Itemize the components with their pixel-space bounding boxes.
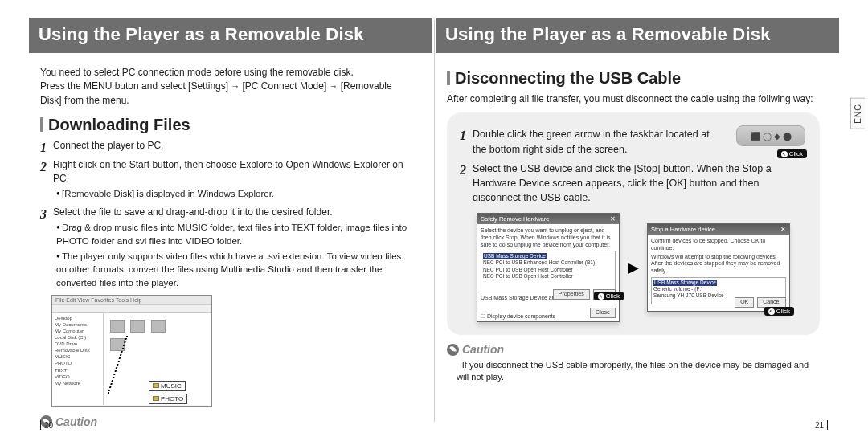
figure-tree: Desktop My Documents My Computer Local D… (52, 313, 104, 405)
dialog-title-text: Safely Remove Hardware (481, 215, 549, 223)
folder-icon (153, 396, 159, 401)
step-2-text: Select the USB device and click the [Sto… (473, 163, 772, 203)
folder-tag-photo-label: PHOTO (161, 395, 183, 402)
header-bar-right: Using the Player as a Removable Disk (436, 18, 839, 53)
folder-tag-photo: PHOTO (149, 394, 187, 404)
page-right: Using the Player as a Removable Disk ENG… (434, 0, 868, 433)
intro-line-2a: Press the MENU buton and select [Setting… (40, 80, 228, 92)
section-title-disconnecting: Disconnecting the USB Cable (447, 69, 820, 88)
click-badge-stop: ↖ Click (594, 292, 624, 300)
thumbnail-icon (151, 320, 166, 333)
triangle-right-icon: ▶ (628, 259, 639, 276)
dialog-hint: Confirm devices to be stopped. Choose OK… (651, 238, 786, 252)
folder-tag-music: MUSIC (149, 381, 186, 391)
list-item: NEC PCI to USB Open Host Controller (483, 267, 573, 272)
intro-left: You need to select PC connection mode be… (40, 66, 413, 108)
cursor-icon: ↖ (598, 293, 604, 300)
page-number-right: 21 (815, 420, 831, 430)
step-3-sub-1: Drag & drop music files into MUSIC folde… (56, 221, 413, 247)
properties-button: Properties (553, 289, 590, 300)
caution-item-1: If you disconnect the USB cable improper… (457, 359, 820, 384)
page-number-text: 20 (44, 421, 53, 430)
thumbnail-icon (130, 320, 145, 333)
section-bar-icon (447, 71, 450, 85)
list-item-selected: USB Mass Storage Device (653, 280, 717, 286)
figure-explorer: File Edit View Favorites Tools Help Desk… (51, 295, 212, 407)
intro-line-2b: [PC Connect Mode] (243, 80, 327, 92)
step-number-2: 2 (460, 161, 466, 179)
dialog-stop-hardware: Stop a Hardware device ✕ Confirm devices… (647, 223, 790, 312)
list-item: Generic volume - (F:) (653, 286, 702, 292)
section-bar-icon (40, 117, 43, 132)
caution-list-right: If you disconnect the USB cable improper… (457, 359, 820, 384)
header-bar-left: Using the Player as a Removable Disk (29, 18, 432, 53)
step-number-2: 2 (40, 157, 47, 176)
arrow-icon: → (231, 81, 242, 91)
caution-icon: ✎ (447, 344, 459, 356)
click-badge-ok: ↖ Click (764, 307, 794, 316)
checkbox-icon: ☐ (481, 313, 487, 319)
page-left: Using the Player as a Removable Disk You… (0, 0, 434, 433)
thumbnail-icon (110, 320, 125, 333)
language-tab: ENG (850, 98, 865, 129)
dialog-title-text: Stop a Hardware device (651, 226, 715, 233)
figure-pane: MUSIC PHOTO (104, 313, 211, 405)
step-3-text: Select the file to save and drag-and-dro… (53, 206, 333, 218)
intro-right: After completing all file transfer, you … (447, 92, 820, 106)
dialog-safely-remove: Safely Remove Hardware ✕ Select the devi… (477, 213, 620, 322)
dialog-device-list: USB Mass Storage Device NEC PCI to USB E… (481, 251, 616, 292)
page-number-text: 21 (815, 421, 824, 430)
steps-right: 1 Double click the green arrow in the ta… (460, 127, 807, 205)
section-title-text: Disconnecting the USB Cable (455, 69, 681, 87)
callout-box: ⬛ ◯ ◆ ⬤ ↖ Click 1 Double click the green… (447, 112, 820, 335)
ok-button: OK (735, 297, 754, 308)
step-3-sub-2: The player only supports video files whi… (56, 250, 413, 290)
click-label: Click (606, 292, 620, 300)
page-number-left: 20 (37, 420, 53, 430)
caution-label-text: Caution (462, 343, 504, 356)
intro-line-1: You need to select PC connection mode be… (40, 67, 354, 78)
dialog-hint: Select the device you want to unplug or … (481, 227, 616, 248)
step-1-text: Connect the player to PC. (53, 140, 163, 151)
step-number-3: 3 (40, 205, 47, 223)
step-2-sub-1: [Removable Disk] is displayed in Windows… (56, 187, 413, 201)
step-number-1: 1 (460, 126, 466, 145)
figure-toolbar (52, 305, 211, 313)
folder-tag-music-label: MUSIC (161, 382, 182, 390)
folder-icon (153, 383, 159, 388)
close-button: Close (590, 308, 616, 318)
close-icon: ✕ (780, 226, 786, 233)
checkbox-label: Display device components (487, 313, 555, 319)
step-1-text: Double click the green arrow in the task… (473, 127, 714, 156)
click-label: Click (776, 308, 790, 315)
figure-menubar: File Edit View Favorites Tools Help (52, 296, 211, 305)
steps-left: 1 Connect the player to PC. 2 Right clic… (40, 139, 413, 290)
list-item: Samsung YH-J70 USB Device (653, 292, 724, 298)
caution-label-text: Caution (55, 415, 97, 428)
section-title-text: Downloading Files (48, 116, 190, 133)
cursor-icon: ↖ (768, 308, 775, 315)
arrow-icon: → (330, 81, 341, 91)
section-title-downloading: Downloading Files (40, 116, 413, 134)
close-icon: ✕ (610, 215, 616, 223)
caution-label-right: ✎ Caution (447, 343, 504, 356)
dialog-titlebar: Stop a Hardware device ✕ (648, 224, 789, 235)
step-2-text: Right click on the Start button, then ch… (53, 159, 403, 184)
dialog-hint-2: Windows will attempt to stop the followi… (651, 254, 786, 275)
list-item: NEC PCI to USB Enhanced Host Controller … (483, 259, 595, 265)
step-number-1: 1 (40, 138, 47, 157)
list-item: NEC PCI to USB Open Host Controller (483, 273, 573, 279)
dialog-titlebar: Safely Remove Hardware ✕ (477, 214, 619, 224)
list-item-selected: USB Mass Storage Device (483, 253, 547, 259)
